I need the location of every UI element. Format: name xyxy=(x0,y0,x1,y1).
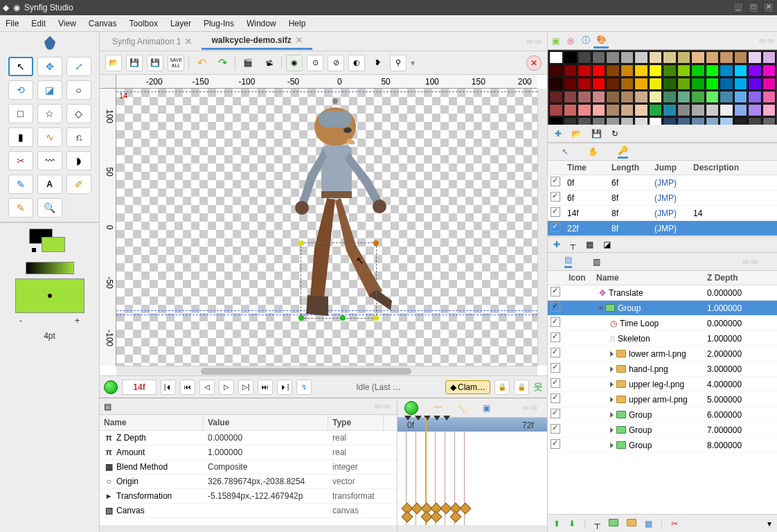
palette-cell[interactable] xyxy=(649,91,663,103)
mirror-tool[interactable]: ◪ xyxy=(37,80,62,100)
palette-cell[interactable] xyxy=(592,64,606,77)
palette-cell[interactable] xyxy=(578,51,591,64)
vertical-scrollbar[interactable] xyxy=(537,89,547,366)
record-mode-icon[interactable] xyxy=(404,401,418,415)
handle-icon[interactable]: ⚲ xyxy=(390,55,407,71)
info-tab-icon[interactable]: ⓘ xyxy=(578,33,593,48)
param-row[interactable]: ▸Transformation-5.15894px,-122.467942ptr… xyxy=(100,489,397,504)
draw-tool[interactable]: ✎ xyxy=(8,175,33,194)
layer-row[interactable]: ◷ Time Loop0.000000 xyxy=(548,316,777,331)
maximize-button[interactable]: □ xyxy=(748,2,759,13)
onion-4-icon[interactable]: ◐ xyxy=(348,55,365,71)
open-layer-icon[interactable] xyxy=(609,519,618,529)
timeline-tracks[interactable] xyxy=(398,432,547,525)
next-frame-button[interactable]: ▷| xyxy=(238,380,253,395)
palette-cell[interactable] xyxy=(663,64,677,77)
palette-cell[interactable] xyxy=(649,64,663,77)
menu-file[interactable]: File xyxy=(6,19,19,28)
palette-cell[interactable] xyxy=(677,104,691,116)
text-tool[interactable]: A xyxy=(37,175,62,194)
layer-up-icon[interactable]: ⬆ xyxy=(553,519,560,529)
palette-cell[interactable] xyxy=(663,91,677,103)
notes-tab-icon[interactable]: ▣ xyxy=(548,33,563,48)
palette-cell[interactable] xyxy=(762,91,776,103)
handle-icon[interactable] xyxy=(340,315,346,321)
horizontal-scrollbar[interactable] xyxy=(116,366,537,375)
layer-icon[interactable]: ▣ xyxy=(483,403,490,413)
tab-close-icon[interactable]: ✕ xyxy=(185,37,192,46)
palette-cell[interactable] xyxy=(649,51,663,64)
param-row[interactable]: πAmount1.000000real xyxy=(100,445,397,460)
handle-icon[interactable] xyxy=(298,315,304,321)
palette-cell[interactable] xyxy=(634,91,648,103)
menu-plugins[interactable]: Plug-Ins xyxy=(204,19,234,28)
prev-keyframe-button[interactable]: ⏮ xyxy=(180,380,195,395)
loop-icon[interactable]: ↯ xyxy=(296,380,312,395)
palette-cell[interactable] xyxy=(734,51,748,64)
palette-cell[interactable] xyxy=(620,104,634,116)
bone-icon[interactable]: 🦴 xyxy=(457,403,467,413)
feather-icon[interactable]: ❥ xyxy=(369,55,386,71)
param-row[interactable]: ▦Blend MethodCompositeinteger xyxy=(100,460,397,475)
palette-cell[interactable] xyxy=(549,64,563,77)
palette-cell[interactable] xyxy=(734,104,748,116)
palette-cell[interactable] xyxy=(592,78,606,90)
layer-settings-icon[interactable]: ▦ xyxy=(586,240,593,249)
lock-aspect-icon[interactable]: 🔒 xyxy=(494,380,510,395)
play-button[interactable]: ▷ xyxy=(219,380,234,395)
clamp-button[interactable]: ◆ Clam… xyxy=(445,380,490,394)
open-palette-icon[interactable]: 📂 xyxy=(571,129,582,139)
canvas-viewport[interactable] xyxy=(116,89,537,366)
spline-tool[interactable]: ∿ xyxy=(37,127,62,147)
palette-cell[interactable] xyxy=(677,78,691,90)
handle-icon[interactable] xyxy=(373,315,379,321)
handle-icon[interactable] xyxy=(373,240,379,246)
palette-cell[interactable] xyxy=(634,104,648,116)
canvas[interactable]: -200-150 -100-50 050 100150 200 10050 0-… xyxy=(100,75,547,375)
eyedrop-tool[interactable]: ✎ xyxy=(8,198,33,218)
palette-cell[interactable] xyxy=(578,104,591,116)
cut-layer-icon[interactable]: ✂ xyxy=(671,519,678,529)
palette-cell[interactable] xyxy=(663,104,677,116)
animate-toggle-icon[interactable] xyxy=(104,380,118,394)
palette-cell[interactable] xyxy=(620,78,634,90)
layer-row[interactable]: ⎍ Skeleton1.000000 xyxy=(548,331,777,346)
palette-cell[interactable] xyxy=(720,64,733,77)
palette-cell[interactable] xyxy=(606,51,620,64)
palette-cell[interactable] xyxy=(549,104,563,116)
bline-tool[interactable]: ⎌ xyxy=(66,127,91,147)
palette-cell[interactable] xyxy=(677,51,691,64)
add-color-icon[interactable]: ✚ xyxy=(555,129,562,139)
hand-icon[interactable]: ✋ xyxy=(588,147,598,157)
palette-tab-icon[interactable]: 🎨 xyxy=(593,33,609,48)
palette-cell[interactable] xyxy=(706,51,720,64)
palette-cell[interactable] xyxy=(762,51,776,64)
onion-1-icon[interactable]: ◉ xyxy=(286,55,303,71)
params-scrollbar[interactable] xyxy=(100,525,397,532)
palette-cell[interactable] xyxy=(649,104,663,116)
prev-frame-button[interactable]: ◁ xyxy=(199,380,215,395)
palette-cell[interactable] xyxy=(564,104,578,116)
palette-cell[interactable] xyxy=(564,64,578,77)
curve-icon[interactable]: 〰 xyxy=(434,403,442,413)
rectangle-tool[interactable]: □ xyxy=(8,104,33,123)
palette-cell[interactable] xyxy=(706,78,720,90)
palette-cell[interactable] xyxy=(606,64,620,77)
layer-row[interactable]: hand-l.png3.000000 xyxy=(548,362,777,377)
palette-cell[interactable] xyxy=(677,64,691,77)
size-minus[interactable]: - xyxy=(19,316,22,326)
timeline-scrollbar[interactable] xyxy=(398,525,547,532)
palette-cell[interactable] xyxy=(606,78,620,90)
palette-cell[interactable] xyxy=(734,78,748,90)
palette-cell[interactable] xyxy=(578,64,591,77)
palette-cell[interactable] xyxy=(592,91,606,103)
layer-row[interactable]: ✥ Translate0.000000 xyxy=(548,285,777,301)
fill-color-swatch[interactable] xyxy=(42,237,65,252)
palette-cell[interactable] xyxy=(748,104,762,116)
rotate-tool[interactable]: ⟲ xyxy=(8,80,33,100)
gradient-swatch[interactable] xyxy=(26,262,74,274)
skeleton-mode-icon[interactable]: 웃 xyxy=(533,381,543,393)
save-as-icon[interactable]: 💾 xyxy=(147,55,163,71)
layer-row[interactable]: upper arm-l.png5.000000 xyxy=(548,392,777,407)
keyframe-row[interactable]: 6f8f(JMP) xyxy=(548,190,777,206)
